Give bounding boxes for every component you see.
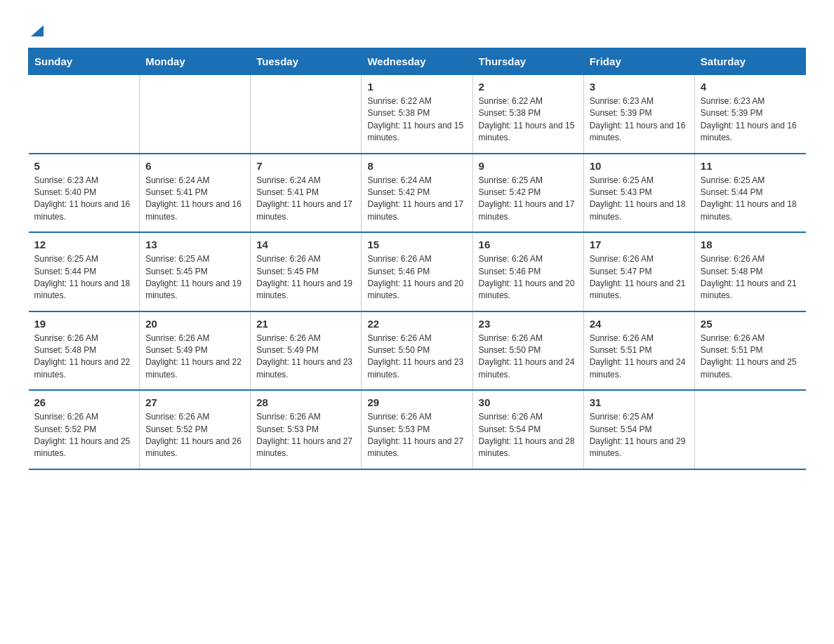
day-number: 28 <box>256 396 355 408</box>
day-info: Sunrise: 6:26 AM Sunset: 5:49 PM Dayligh… <box>145 333 244 382</box>
table-row: 22Sunrise: 6:26 AM Sunset: 5:50 PM Dayli… <box>362 311 472 391</box>
col-tuesday: Tuesday <box>251 48 362 75</box>
table-row: 18Sunrise: 6:26 AM Sunset: 5:48 PM Dayli… <box>694 232 805 311</box>
day-info: Sunrise: 6:24 AM Sunset: 5:41 PM Dayligh… <box>256 175 355 224</box>
day-number: 9 <box>479 160 578 172</box>
day-info: Sunrise: 6:26 AM Sunset: 5:52 PM Dayligh… <box>34 411 134 460</box>
col-friday: Friday <box>583 48 694 75</box>
day-info: Sunrise: 6:25 AM Sunset: 5:45 PM Dayligh… <box>145 253 244 302</box>
table-row: 28Sunrise: 6:26 AM Sunset: 5:53 PM Dayli… <box>251 390 362 469</box>
day-number: 18 <box>701 239 800 250</box>
table-row: 23Sunrise: 6:26 AM Sunset: 5:50 PM Dayli… <box>472 311 583 391</box>
table-row: 17Sunrise: 6:26 AM Sunset: 5:47 PM Dayli… <box>583 232 694 311</box>
calendar-week-row: 19Sunrise: 6:26 AM Sunset: 5:48 PM Dayli… <box>29 311 806 391</box>
day-number: 24 <box>590 318 689 330</box>
table-row: 11Sunrise: 6:25 AM Sunset: 5:44 PM Dayli… <box>694 154 805 233</box>
day-number: 27 <box>145 396 244 408</box>
day-number: 11 <box>701 160 800 172</box>
table-row <box>140 75 251 154</box>
day-info: Sunrise: 6:24 AM Sunset: 5:41 PM Dayligh… <box>145 175 244 224</box>
col-wednesday: Wednesday <box>362 48 472 75</box>
day-info: Sunrise: 6:26 AM Sunset: 5:53 PM Dayligh… <box>256 411 355 460</box>
day-info: Sunrise: 6:26 AM Sunset: 5:49 PM Dayligh… <box>256 333 355 382</box>
table-row: 8Sunrise: 6:24 AM Sunset: 5:42 PM Daylig… <box>362 154 472 233</box>
day-number: 6 <box>145 160 244 172</box>
table-row: 21Sunrise: 6:26 AM Sunset: 5:49 PM Dayli… <box>251 311 362 391</box>
table-row: 31Sunrise: 6:25 AM Sunset: 5:54 PM Dayli… <box>583 390 694 469</box>
day-number: 5 <box>34 160 134 172</box>
day-info: Sunrise: 6:26 AM Sunset: 5:50 PM Dayligh… <box>479 333 578 382</box>
day-info: Sunrise: 6:26 AM Sunset: 5:50 PM Dayligh… <box>367 333 466 382</box>
table-row: 25Sunrise: 6:26 AM Sunset: 5:51 PM Dayli… <box>694 311 805 391</box>
table-row <box>694 390 805 469</box>
page-header <box>28 21 806 34</box>
day-info: Sunrise: 6:26 AM Sunset: 5:45 PM Dayligh… <box>256 253 355 302</box>
table-row: 7Sunrise: 6:24 AM Sunset: 5:41 PM Daylig… <box>251 154 362 233</box>
table-row: 12Sunrise: 6:25 AM Sunset: 5:44 PM Dayli… <box>29 232 140 311</box>
col-monday: Monday <box>140 48 251 75</box>
table-row: 3Sunrise: 6:23 AM Sunset: 5:39 PM Daylig… <box>583 75 694 154</box>
day-number: 2 <box>479 81 578 93</box>
day-number: 22 <box>367 318 466 330</box>
day-number: 19 <box>34 318 134 330</box>
logo-triangle-icon <box>29 22 45 38</box>
day-number: 15 <box>367 239 466 250</box>
day-number: 10 <box>590 160 689 172</box>
day-info: Sunrise: 6:26 AM Sunset: 5:48 PM Dayligh… <box>701 253 800 302</box>
day-number: 13 <box>145 239 244 250</box>
day-number: 20 <box>145 318 244 330</box>
day-number: 25 <box>701 318 800 330</box>
calendar-table: Sunday Monday Tuesday Wednesday Thursday… <box>28 48 806 470</box>
day-info: Sunrise: 6:26 AM Sunset: 5:46 PM Dayligh… <box>479 253 578 302</box>
day-number: 1 <box>367 81 466 93</box>
day-number: 3 <box>590 81 689 93</box>
day-info: Sunrise: 6:26 AM Sunset: 5:51 PM Dayligh… <box>701 333 800 382</box>
day-number: 30 <box>479 396 578 408</box>
day-info: Sunrise: 6:25 AM Sunset: 5:54 PM Dayligh… <box>590 411 689 460</box>
day-info: Sunrise: 6:26 AM Sunset: 5:54 PM Dayligh… <box>479 411 578 460</box>
table-row: 19Sunrise: 6:26 AM Sunset: 5:48 PM Dayli… <box>29 311 140 391</box>
table-row: 16Sunrise: 6:26 AM Sunset: 5:46 PM Dayli… <box>472 232 583 311</box>
day-number: 8 <box>367 160 466 172</box>
logo <box>28 21 45 34</box>
table-row: 2Sunrise: 6:22 AM Sunset: 5:38 PM Daylig… <box>472 75 583 154</box>
table-row: 14Sunrise: 6:26 AM Sunset: 5:45 PM Dayli… <box>251 232 362 311</box>
day-info: Sunrise: 6:24 AM Sunset: 5:42 PM Dayligh… <box>367 175 466 224</box>
table-row: 29Sunrise: 6:26 AM Sunset: 5:53 PM Dayli… <box>362 390 472 469</box>
table-row: 26Sunrise: 6:26 AM Sunset: 5:52 PM Dayli… <box>29 390 140 469</box>
day-number: 4 <box>701 81 800 93</box>
day-info: Sunrise: 6:23 AM Sunset: 5:39 PM Dayligh… <box>590 95 689 145</box>
table-row: 15Sunrise: 6:26 AM Sunset: 5:46 PM Dayli… <box>362 232 472 311</box>
table-row: 10Sunrise: 6:25 AM Sunset: 5:43 PM Dayli… <box>583 154 694 233</box>
calendar-week-row: 1Sunrise: 6:22 AM Sunset: 5:38 PM Daylig… <box>29 75 806 154</box>
day-info: Sunrise: 6:25 AM Sunset: 5:43 PM Dayligh… <box>590 175 689 224</box>
calendar-header-row: Sunday Monday Tuesday Wednesday Thursday… <box>29 48 806 75</box>
day-info: Sunrise: 6:23 AM Sunset: 5:39 PM Dayligh… <box>701 95 800 145</box>
calendar-week-row: 5Sunrise: 6:23 AM Sunset: 5:40 PM Daylig… <box>29 154 806 233</box>
table-row: 13Sunrise: 6:25 AM Sunset: 5:45 PM Dayli… <box>140 232 251 311</box>
day-number: 21 <box>256 318 355 330</box>
day-number: 12 <box>34 239 134 250</box>
table-row <box>251 75 362 154</box>
day-info: Sunrise: 6:26 AM Sunset: 5:51 PM Dayligh… <box>590 333 689 382</box>
table-row: 30Sunrise: 6:26 AM Sunset: 5:54 PM Dayli… <box>472 390 583 469</box>
svg-marker-0 <box>31 25 44 36</box>
col-sunday: Sunday <box>29 48 140 75</box>
day-number: 16 <box>479 239 578 250</box>
calendar-week-row: 12Sunrise: 6:25 AM Sunset: 5:44 PM Dayli… <box>29 232 806 311</box>
day-number: 23 <box>479 318 578 330</box>
day-number: 31 <box>590 396 689 408</box>
day-number: 7 <box>256 160 355 172</box>
day-number: 26 <box>34 396 134 408</box>
day-number: 14 <box>256 239 355 250</box>
table-row: 9Sunrise: 6:25 AM Sunset: 5:42 PM Daylig… <box>472 154 583 233</box>
day-info: Sunrise: 6:25 AM Sunset: 5:44 PM Dayligh… <box>701 175 800 224</box>
day-info: Sunrise: 6:25 AM Sunset: 5:42 PM Dayligh… <box>479 175 578 224</box>
day-info: Sunrise: 6:25 AM Sunset: 5:44 PM Dayligh… <box>34 253 134 302</box>
table-row: 4Sunrise: 6:23 AM Sunset: 5:39 PM Daylig… <box>694 75 805 154</box>
day-info: Sunrise: 6:26 AM Sunset: 5:52 PM Dayligh… <box>145 411 244 460</box>
table-row: 24Sunrise: 6:26 AM Sunset: 5:51 PM Dayli… <box>583 311 694 391</box>
day-info: Sunrise: 6:26 AM Sunset: 5:47 PM Dayligh… <box>590 253 689 302</box>
day-info: Sunrise: 6:26 AM Sunset: 5:48 PM Dayligh… <box>34 333 134 382</box>
day-info: Sunrise: 6:26 AM Sunset: 5:46 PM Dayligh… <box>367 253 466 302</box>
